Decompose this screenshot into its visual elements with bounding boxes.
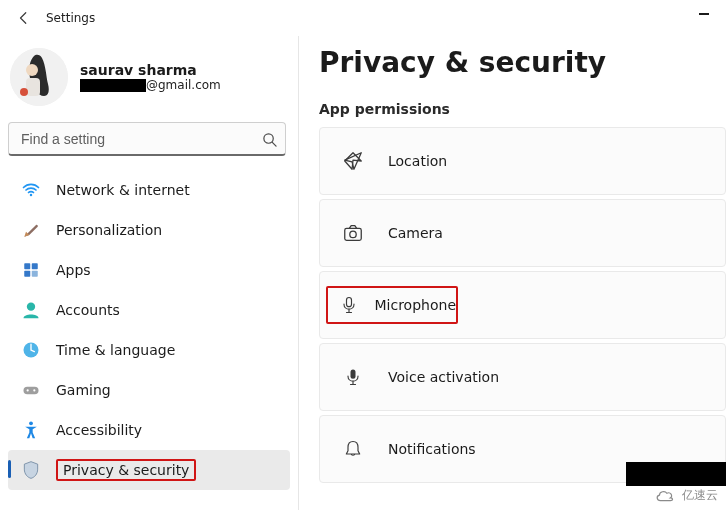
card-label: Microphone [375, 297, 457, 313]
search-button[interactable] [258, 128, 280, 150]
wifi-icon [20, 179, 42, 201]
redacted-band [626, 462, 726, 486]
page-title: Privacy & security [319, 46, 726, 79]
person-icon [20, 299, 42, 321]
svg-point-15 [33, 389, 35, 391]
redacted-segment [80, 79, 146, 92]
svg-rect-7 [24, 263, 30, 269]
sidebar-item-accessibility[interactable]: Accessibility [8, 410, 290, 450]
sidebar-item-privacy-security[interactable]: Privacy & security [8, 450, 290, 490]
svg-point-18 [350, 231, 356, 237]
sidebar-item-accounts[interactable]: Accounts [8, 290, 290, 330]
watermark: 亿速云 [654, 487, 718, 504]
bell-icon [338, 434, 368, 464]
email-suffix: @gmail.com [146, 78, 221, 92]
section-title: App permissions [319, 101, 726, 117]
arrow-left-icon [17, 11, 31, 25]
svg-line-5 [272, 142, 276, 146]
sidebar-item-label: Network & internet [56, 182, 190, 198]
minimize-icon [699, 13, 709, 14]
sidebar-item-label: Personalization [56, 222, 162, 238]
svg-rect-13 [24, 387, 39, 395]
titlebar: Settings [0, 0, 726, 36]
permission-voice-activation[interactable]: Voice activation [319, 343, 726, 411]
svg-rect-2 [26, 78, 40, 96]
paintbrush-icon [20, 219, 42, 241]
sidebar-item-label: Apps [56, 262, 91, 278]
shield-icon [20, 459, 42, 481]
svg-point-3 [20, 88, 28, 96]
sidebar-item-network[interactable]: Network & internet [8, 170, 290, 210]
svg-rect-9 [24, 271, 30, 277]
svg-rect-10 [32, 271, 38, 277]
card-label: Voice activation [388, 369, 499, 385]
minimize-button[interactable] [692, 6, 716, 22]
sidebar-item-apps[interactable]: Apps [8, 250, 290, 290]
card-label: Camera [388, 225, 443, 241]
search-icon [262, 132, 277, 147]
watermark-text: 亿速云 [682, 487, 718, 504]
sidebar-item-label: Accessibility [56, 422, 142, 438]
nav: Network & internet Personalization Apps … [8, 170, 290, 490]
svg-point-4 [263, 133, 272, 142]
permission-microphone[interactable]: Microphone [319, 271, 726, 339]
gamepad-icon [20, 379, 42, 401]
svg-point-6 [30, 194, 33, 197]
permission-cards: Location Camera Microphone [319, 127, 726, 483]
svg-rect-22 [351, 370, 356, 379]
sidebar-item-label: Accounts [56, 302, 120, 318]
svg-point-14 [27, 389, 29, 391]
search-field[interactable] [8, 122, 286, 156]
microphone-icon [338, 290, 361, 320]
camera-icon [338, 218, 368, 248]
profile-block[interactable]: saurav sharma @gmail.com [8, 42, 290, 122]
sidebar-item-label: Time & language [56, 342, 175, 358]
sidebar-item-personalization[interactable]: Personalization [8, 210, 290, 250]
svg-point-1 [26, 64, 38, 76]
voice-icon [338, 362, 368, 392]
window-title: Settings [46, 11, 95, 25]
microphone-highlight-box: Microphone [326, 286, 458, 324]
svg-point-11 [27, 303, 35, 311]
search-input[interactable] [8, 122, 286, 156]
cloud-logo-icon [654, 488, 676, 504]
sidebar: saurav sharma @gmail.com Network & inter… [0, 36, 298, 510]
profile-email: @gmail.com [80, 78, 221, 92]
card-label: Notifications [388, 441, 476, 457]
sidebar-item-time-language[interactable]: Time & language [8, 330, 290, 370]
clock-globe-icon [20, 339, 42, 361]
svg-rect-8 [32, 263, 38, 269]
location-icon [338, 146, 368, 176]
sidebar-item-label: Privacy & security [56, 459, 196, 481]
svg-rect-17 [345, 228, 362, 240]
content-pane: Privacy & security App permissions Locat… [298, 36, 726, 510]
profile-name: saurav sharma [80, 62, 221, 78]
apps-icon [20, 259, 42, 281]
svg-point-16 [29, 421, 33, 425]
avatar [10, 48, 68, 106]
avatar-image [10, 48, 68, 106]
back-button[interactable] [12, 6, 36, 30]
sidebar-item-gaming[interactable]: Gaming [8, 370, 290, 410]
svg-rect-19 [347, 298, 352, 307]
permission-camera[interactable]: Camera [319, 199, 726, 267]
sidebar-item-label: Gaming [56, 382, 111, 398]
card-label: Location [388, 153, 447, 169]
accessibility-icon [20, 419, 42, 441]
permission-location[interactable]: Location [319, 127, 726, 195]
